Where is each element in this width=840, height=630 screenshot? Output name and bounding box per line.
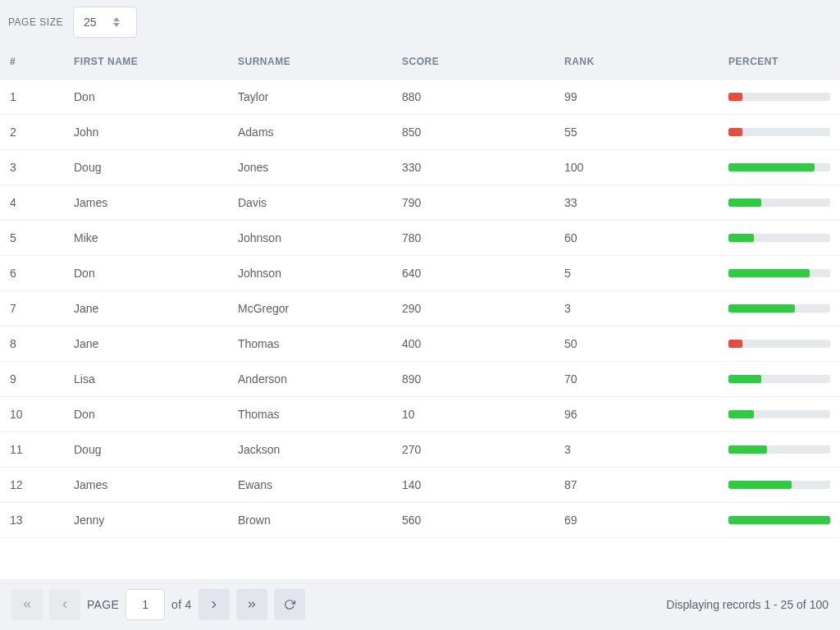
- cell-surname: Brown: [228, 503, 392, 538]
- cell-index: 6: [0, 256, 64, 291]
- table-row[interactable]: 12JamesEwans14087: [0, 468, 840, 503]
- cell-percent: [719, 150, 840, 185]
- cell-index: 13: [0, 503, 64, 538]
- cell-surname: Jackson: [228, 432, 392, 468]
- progress-bar: [728, 163, 830, 171]
- cell-score: 330: [392, 150, 555, 185]
- cell-rank: 87: [555, 468, 719, 503]
- cell-index: 4: [0, 185, 64, 221]
- progress-fill: [728, 481, 792, 489]
- refresh-button[interactable]: [274, 589, 305, 620]
- records-display-text: Displaying records 1 - 25 of 100: [666, 598, 829, 611]
- progress-fill: [728, 445, 767, 454]
- table-row[interactable]: 13JennyBrown56069: [0, 503, 840, 538]
- table-row[interactable]: 5MikeJohnson78060: [0, 221, 840, 256]
- progress-fill: [728, 375, 761, 383]
- table-row[interactable]: 9LisaAnderson89070: [0, 362, 840, 397]
- cell-score: 640: [392, 256, 555, 291]
- cell-percent: [719, 80, 840, 115]
- cell-first-name: John: [64, 115, 228, 150]
- cell-index: 1: [0, 80, 64, 115]
- cell-score: 880: [392, 80, 555, 115]
- cell-first-name: Doug: [64, 432, 228, 468]
- cell-surname: Thomas: [228, 397, 392, 432]
- cell-surname: Taylor: [228, 80, 392, 115]
- cell-surname: McGregor: [228, 291, 392, 326]
- table-row[interactable]: 2JohnAdams85055: [0, 115, 840, 150]
- progress-fill: [728, 269, 810, 277]
- table-row[interactable]: 4JamesDavis79033: [0, 185, 840, 221]
- cell-percent: [719, 291, 840, 326]
- cell-index: 9: [0, 362, 64, 397]
- spinner-down-icon[interactable]: [113, 23, 120, 27]
- progress-bar: [728, 199, 830, 207]
- page-size-label: PAGE SIZE: [8, 16, 63, 28]
- cell-percent: [719, 115, 840, 150]
- next-page-button[interactable]: [199, 589, 230, 620]
- table-row[interactable]: 3DougJones330100: [0, 150, 840, 185]
- current-page-input[interactable]: [126, 589, 165, 620]
- cell-rank: 50: [555, 326, 719, 362]
- cell-surname: Johnson: [228, 256, 392, 291]
- table-row[interactable]: 1DonTaylor88099: [0, 80, 840, 115]
- progress-fill: [728, 128, 742, 136]
- cell-surname: Thomas: [228, 326, 392, 362]
- cell-rank: 99: [555, 80, 719, 115]
- cell-percent: [719, 397, 840, 432]
- last-page-button[interactable]: [236, 589, 267, 620]
- prev-page-button[interactable]: [49, 589, 80, 620]
- cell-percent: [719, 468, 840, 503]
- cell-first-name: Mike: [64, 221, 228, 256]
- table-header-row: # FIRST NAME SURNAME SCORE RANK PERCENT: [0, 44, 840, 80]
- table-row[interactable]: 7JaneMcGregor2903: [0, 291, 840, 326]
- col-first-name[interactable]: FIRST NAME: [64, 44, 228, 80]
- cell-index: 5: [0, 221, 64, 256]
- spinner-up-icon[interactable]: [113, 17, 120, 21]
- cell-index: 3: [0, 150, 64, 185]
- cell-score: 10: [392, 397, 555, 432]
- cell-index: 8: [0, 326, 64, 362]
- progress-bar: [728, 375, 830, 383]
- cell-first-name: James: [64, 185, 228, 221]
- cell-rank: 3: [555, 291, 719, 326]
- cell-index: 2: [0, 115, 64, 150]
- cell-surname: Adams: [228, 115, 392, 150]
- page-of-text: of 4: [171, 598, 192, 611]
- page-size-spinner: [113, 17, 128, 27]
- progress-bar: [728, 516, 830, 524]
- col-index[interactable]: #: [0, 44, 64, 80]
- cell-score: 270: [392, 432, 555, 468]
- cell-rank: 100: [555, 150, 719, 185]
- col-percent[interactable]: PERCENT: [719, 44, 840, 80]
- progress-bar: [728, 234, 830, 242]
- page-label: PAGE: [87, 598, 119, 611]
- progress-fill: [728, 340, 742, 348]
- cell-first-name: Jane: [64, 291, 228, 326]
- cell-index: 12: [0, 468, 64, 503]
- table-row[interactable]: 10DonThomas1096: [0, 397, 840, 432]
- progress-fill: [728, 93, 742, 101]
- progress-fill: [728, 234, 754, 242]
- progress-fill: [728, 163, 815, 171]
- page-size-field[interactable]: [73, 7, 137, 38]
- progress-fill: [728, 516, 830, 524]
- col-surname[interactable]: SURNAME: [228, 44, 392, 80]
- toolbar: PAGE SIZE: [0, 0, 840, 44]
- cell-percent: [719, 503, 840, 538]
- cell-rank: 5: [555, 256, 719, 291]
- col-score[interactable]: SCORE: [392, 44, 555, 80]
- col-rank[interactable]: RANK: [555, 44, 719, 80]
- cell-score: 850: [392, 115, 555, 150]
- table-row[interactable]: 6DonJohnson6405: [0, 256, 840, 291]
- cell-rank: 70: [555, 362, 719, 397]
- refresh-icon: [284, 599, 295, 610]
- cell-rank: 60: [555, 221, 719, 256]
- first-page-button[interactable]: [11, 589, 43, 620]
- progress-bar: [728, 93, 830, 101]
- cell-score: 560: [392, 503, 555, 538]
- page-size-input[interactable]: [74, 9, 113, 35]
- progress-bar: [728, 445, 830, 454]
- data-table: # FIRST NAME SURNAME SCORE RANK PERCENT …: [0, 44, 840, 538]
- table-row[interactable]: 8JaneThomas40050: [0, 326, 840, 362]
- table-row[interactable]: 11DougJackson2703: [0, 432, 840, 468]
